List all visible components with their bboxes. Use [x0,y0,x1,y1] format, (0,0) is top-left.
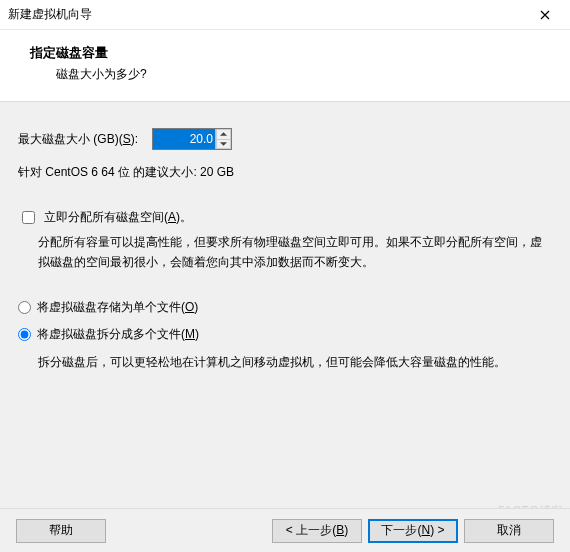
store-single-row: 将虚拟磁盘存储为单个文件(O) [18,299,552,316]
store-split-label[interactable]: 将虚拟磁盘拆分成多个文件(M) [37,326,199,343]
disk-size-label: 最大磁盘大小 (GB)(S): [18,131,138,148]
spinner-down[interactable] [216,139,231,150]
wizard-footer: 帮助 < 上一步(B) 下一步(N) > 取消 [0,508,570,552]
allocate-now-row: 立即分配所有磁盘空间(A)。 [18,209,552,227]
store-split-row: 将虚拟磁盘拆分成多个文件(M) [18,326,552,343]
store-single-radio[interactable] [18,301,31,314]
chevron-up-icon [220,132,227,136]
spinner-buttons [215,129,231,149]
chevron-down-icon [220,142,227,146]
allocate-now-label[interactable]: 立即分配所有磁盘空间(A)。 [44,209,192,226]
disk-size-row: 最大磁盘大小 (GB)(S): [18,128,552,150]
close-button[interactable] [530,0,560,30]
store-single-label[interactable]: 将虚拟磁盘存储为单个文件(O) [37,299,198,316]
help-button[interactable]: 帮助 [16,519,106,543]
wizard-header: 指定磁盘容量 磁盘大小为多少? [0,30,570,102]
store-split-radio[interactable] [18,328,31,341]
wizard-content: 最大磁盘大小 (GB)(S): 针对 CentOS 6 64 位 的建议大小: … [0,102,570,522]
recommended-size: 针对 CentOS 6 64 位 的建议大小: 20 GB [18,164,552,181]
close-icon [540,10,550,20]
page-heading: 指定磁盘容量 [30,44,550,62]
back-button[interactable]: < 上一步(B) [272,519,362,543]
disk-store-group: 将虚拟磁盘存储为单个文件(O) 将虚拟磁盘拆分成多个文件(M) 拆分磁盘后，可以… [18,299,552,373]
store-split-desc: 拆分磁盘后，可以更轻松地在计算机之间移动虚拟机，但可能会降低大容量磁盘的性能。 [38,353,552,373]
page-subheading: 磁盘大小为多少? [56,66,550,83]
allocate-now-checkbox[interactable] [22,211,35,224]
next-button[interactable]: 下一步(N) > [368,519,458,543]
cancel-button[interactable]: 取消 [464,519,554,543]
spinner-up[interactable] [216,129,231,139]
disk-size-spinner [144,128,232,150]
allocate-now-desc: 分配所有容量可以提高性能，但要求所有物理磁盘空间立即可用。如果不立即分配所有空间… [38,233,552,273]
titlebar: 新建虚拟机向导 [0,0,570,30]
window-title: 新建虚拟机向导 [8,6,92,23]
